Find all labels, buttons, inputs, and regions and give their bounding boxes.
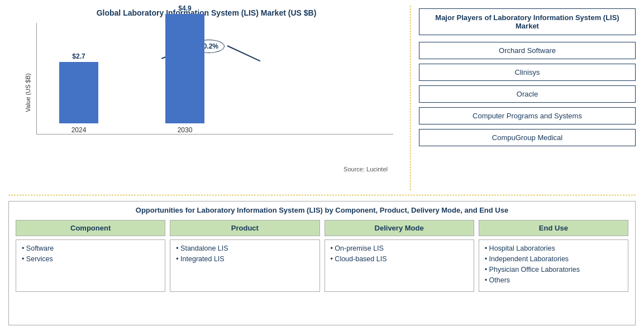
col-item-hospital: Hospital Laboratories bbox=[485, 244, 622, 252]
y-axis-label: Value (US $B) bbox=[25, 73, 31, 112]
bar-label-2024: 2024 bbox=[71, 126, 87, 134]
col-item-integrated: Integrated LIS bbox=[176, 255, 313, 263]
bar-2030 bbox=[165, 14, 204, 123]
col-header-delivery: Delivery Mode bbox=[325, 220, 474, 236]
col-item-independent: Independent Laboratories bbox=[485, 255, 622, 263]
col-content-product: Standalone LIS Integrated LIS bbox=[170, 239, 319, 292]
col-header-product: Product bbox=[170, 220, 319, 236]
major-players-title: Major Players of Laboratory Information … bbox=[419, 8, 636, 35]
col-item-software: Software bbox=[22, 244, 159, 252]
col-item-standalone: Standalone LIS bbox=[176, 244, 313, 252]
col-header-enduse: End Use bbox=[479, 220, 628, 236]
player-cpas: Computer Programs and Systems bbox=[419, 107, 636, 124]
main-container: Global Laboratory Information System (LI… bbox=[0, 0, 644, 331]
right-panel: Major Players of Laboratory Information … bbox=[411, 6, 636, 190]
top-section: Global Laboratory Information System (LI… bbox=[8, 6, 636, 195]
col-item-others: Others bbox=[485, 276, 622, 284]
col-item-physician: Physician Office Laboratories bbox=[485, 266, 622, 274]
chart-area: Global Laboratory Information System (LI… bbox=[8, 6, 411, 190]
bars-and-axis: $2.7 2024 10.2% bbox=[36, 23, 393, 162]
bar-2024 bbox=[59, 62, 98, 123]
player-compugroup: CompuGroup Medical bbox=[419, 129, 636, 146]
col-item-services: Services bbox=[22, 255, 159, 263]
col-item-onpremise: On-premise LIS bbox=[331, 244, 468, 252]
col-content-component: Software Services bbox=[16, 239, 165, 292]
col-content-delivery: On-premise LIS Cloud-based LIS bbox=[325, 239, 474, 292]
col-item-cloudbased: Cloud-based LIS bbox=[331, 255, 468, 263]
player-oracle: Oracle bbox=[419, 85, 636, 103]
bar-group-2024: $2.7 2024 bbox=[59, 52, 98, 134]
bar-label-2030: 2030 bbox=[178, 126, 193, 134]
bars-row: $2.7 2024 10.2% bbox=[36, 23, 393, 135]
source-text: Source: Lucintel bbox=[8, 166, 404, 172]
col-header-component: Component bbox=[16, 220, 165, 236]
bar-value-2030: $4.9 bbox=[178, 4, 191, 12]
col-content-enduse: Hospital Laboratories Independent Labora… bbox=[479, 239, 628, 292]
player-orchard: Orchard Software bbox=[419, 42, 636, 59]
chart-inner: Value (US $B) $2.7 2024 bbox=[8, 23, 404, 162]
bar-group-2030: $4.9 2030 bbox=[165, 4, 204, 134]
col-component: Component Software Services bbox=[16, 220, 165, 292]
bar-value-2024: $2.7 bbox=[72, 52, 85, 60]
col-delivery: Delivery Mode On-premise LIS Cloud-based… bbox=[325, 220, 474, 292]
bottom-title: Opportunities for Laboratory Information… bbox=[16, 206, 628, 214]
chart-title: Global Laboratory Information System (LI… bbox=[97, 8, 317, 17]
player-clinisys: Clinisys bbox=[419, 64, 636, 81]
bottom-section: Opportunities for Laboratory Information… bbox=[8, 201, 636, 325]
columns-row: Component Software Services Product Stan… bbox=[16, 220, 628, 292]
col-product: Product Standalone LIS Integrated LIS bbox=[170, 220, 319, 292]
arrow-line-right bbox=[227, 45, 261, 61]
col-enduse: End Use Hospital Laboratories Independen… bbox=[479, 220, 628, 292]
